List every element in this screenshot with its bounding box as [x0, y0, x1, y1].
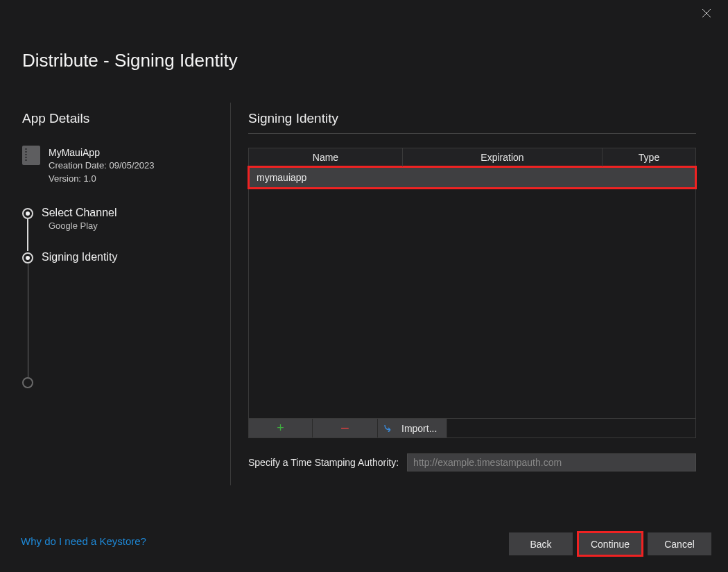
divider	[230, 103, 231, 485]
col-type[interactable]: Type	[603, 148, 695, 166]
app-creation-date: Creation Date: 09/05/2023	[49, 159, 155, 173]
page-title: Distribute - Signing Identity	[22, 50, 238, 71]
table-row[interactable]: mymauiapp	[250, 168, 695, 187]
archive-icon	[22, 146, 40, 165]
app-block: MyMauiApp Creation Date: 09/05/2023 Vers…	[22, 146, 216, 186]
back-button[interactable]: Back	[509, 532, 573, 555]
continue-button[interactable]: Continue	[578, 532, 642, 555]
step-signing-identity-label: Signing Identity	[42, 251, 216, 263]
step-select-channel-label: Select Channel	[42, 207, 216, 219]
app-version: Version: 1.0	[49, 173, 155, 186]
step-future	[42, 377, 216, 391]
timestamp-label: Specify a Time Stamping Authority:	[248, 457, 399, 468]
cancel-button[interactable]: Cancel	[648, 532, 711, 555]
remove-button[interactable]: −	[313, 419, 378, 437]
signing-identity-heading: Signing Identity	[248, 111, 696, 126]
app-name: MyMauiApp	[49, 146, 155, 159]
col-expiration[interactable]: Expiration	[403, 148, 603, 166]
highlight-row: mymauiapp	[248, 166, 697, 189]
close-icon[interactable]	[702, 8, 716, 22]
app-details-heading: App Details	[22, 111, 216, 126]
toolbar-spacer	[447, 419, 695, 437]
left-panel: App Details MyMauiApp Creation Date: 09/…	[22, 111, 216, 391]
step-select-channel[interactable]: Select Channel Google Play	[42, 207, 216, 251]
import-button[interactable]: Import...	[378, 419, 447, 437]
table-header: Name Expiration Type	[249, 148, 695, 167]
plus-icon: +	[277, 421, 284, 435]
timestamp-row: Specify a Time Stamping Authority:	[248, 453, 696, 471]
table-toolbar: + − Import...	[249, 418, 695, 437]
heading-underline	[248, 133, 696, 134]
help-link-keystore[interactable]: Why do I need a Keystore?	[21, 535, 146, 547]
col-name[interactable]: Name	[249, 148, 403, 166]
table-body: mymauiapp	[249, 166, 695, 418]
add-button[interactable]: +	[249, 419, 313, 437]
cell-name: mymauiapp	[250, 172, 402, 183]
footer-buttons: Back Continue Cancel	[509, 532, 711, 555]
timestamp-input[interactable]	[407, 453, 696, 471]
identity-table: Name Expiration Type mymauiapp + − Impor…	[248, 148, 696, 438]
step-signing-identity[interactable]: Signing Identity	[42, 251, 216, 295]
minus-icon: −	[340, 419, 349, 437]
right-panel: Signing Identity Name Expiration Type my…	[248, 111, 696, 471]
import-arrow-icon	[383, 423, 396, 434]
step-select-channel-sub: Google Play	[42, 220, 216, 231]
import-button-label: Import...	[401, 423, 437, 434]
